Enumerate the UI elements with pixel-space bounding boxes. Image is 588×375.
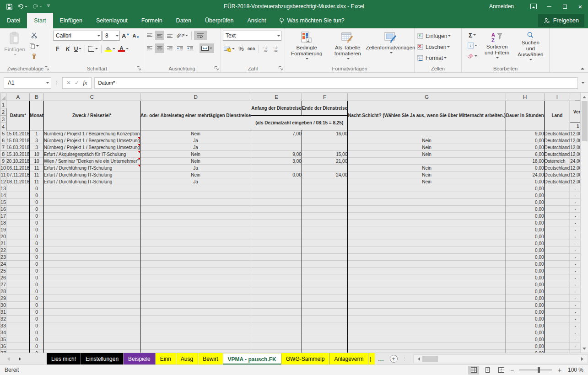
shrink-font-button[interactable]: A▼ bbox=[131, 31, 140, 41]
row-header-26[interactable]: 26 bbox=[0, 274, 6, 281]
row-header-24[interactable]: 24 bbox=[0, 261, 6, 268]
cell-F17[interactable] bbox=[302, 213, 347, 220]
cell-E15[interactable] bbox=[251, 199, 302, 206]
cell-H14[interactable]: 0,00 bbox=[506, 192, 544, 199]
cell-B14[interactable]: 0 bbox=[30, 192, 43, 199]
cell-C24[interactable] bbox=[43, 261, 140, 268]
cell-E9[interactable]: 3,00 bbox=[251, 158, 302, 165]
cell-I5[interactable]: Deutschland bbox=[544, 130, 570, 137]
align-bottom-button[interactable] bbox=[165, 31, 174, 40]
normal-view-button[interactable] bbox=[468, 366, 479, 375]
decrease-indent-button[interactable] bbox=[175, 43, 184, 53]
row-header-12[interactable]: 12 bbox=[0, 178, 6, 185]
cell-H33[interactable]: 0,00 bbox=[506, 322, 544, 329]
cell-C32[interactable] bbox=[43, 316, 140, 322]
collapse-ribbon-button[interactable] bbox=[581, 66, 584, 70]
comma-style-button[interactable]: 000 bbox=[247, 44, 256, 54]
more-sheets-button[interactable]: ... bbox=[375, 353, 387, 364]
cell-H36[interactable]: 0,00 bbox=[506, 343, 544, 350]
wrap-text-button[interactable] bbox=[194, 31, 207, 40]
cell-H28[interactable]: 0,00 bbox=[506, 288, 544, 295]
cell-B20[interactable]: 0 bbox=[30, 233, 43, 240]
row-header-19[interactable]: 19 bbox=[0, 226, 6, 233]
cell-J17[interactable]: -€ bbox=[570, 213, 580, 220]
cell-I35[interactable] bbox=[544, 336, 570, 343]
zoom-in-button[interactable]: + bbox=[557, 366, 562, 374]
cell-C10[interactable]: Erfurt / Durchführung IT-Schulung bbox=[43, 165, 140, 171]
sheet-tab--[interactable]: ( bbox=[368, 353, 375, 364]
tell-me-box[interactable]: Was möchten Sie tun? bbox=[273, 13, 350, 28]
cell-B13[interactable]: 0 bbox=[30, 185, 43, 192]
name-box[interactable]: A1 bbox=[4, 77, 51, 89]
cell-G7[interactable]: Nein bbox=[348, 144, 506, 151]
cell-H6[interactable]: 0,00 bbox=[506, 137, 544, 144]
cell-C33[interactable] bbox=[43, 322, 140, 329]
row-header-35[interactable]: 35 bbox=[0, 336, 6, 343]
cell-D15[interactable] bbox=[140, 199, 251, 206]
row-header-20[interactable]: 20 bbox=[0, 233, 6, 240]
column-header-I[interactable]: I bbox=[544, 93, 570, 101]
cell-H31[interactable]: 0,00 bbox=[506, 309, 544, 316]
cell-G32[interactable] bbox=[348, 316, 506, 322]
cell-J34[interactable]: -€ bbox=[570, 329, 580, 336]
cell-A7[interactable]: 16.03.2018 bbox=[6, 144, 30, 151]
horizontal-scroll-thumb[interactable] bbox=[422, 356, 438, 362]
row-header-25[interactable]: 25 bbox=[0, 268, 6, 274]
cell-H27[interactable]: 0,00 bbox=[506, 281, 544, 288]
row-header-16[interactable]: 16 bbox=[0, 206, 6, 213]
row-header-1[interactable]: 1 bbox=[0, 101, 6, 108]
ribbon-tab-überprüfen[interactable]: Überprüfen bbox=[198, 13, 241, 28]
copy-button[interactable] bbox=[28, 41, 40, 51]
cell-D29[interactable] bbox=[140, 295, 251, 302]
cell-D11[interactable]: Nein bbox=[140, 171, 251, 178]
cell-A16[interactable] bbox=[6, 206, 30, 213]
cell-A6[interactable]: 15.03.2018 bbox=[6, 137, 30, 144]
paste-button[interactable]: Einfügen bbox=[2, 30, 27, 63]
cell-J19[interactable]: -€ bbox=[570, 226, 580, 233]
cell-F13[interactable] bbox=[302, 185, 347, 192]
cell-I29[interactable] bbox=[544, 295, 570, 302]
cell-H30[interactable]: 0,00 bbox=[506, 302, 544, 309]
cell-F14[interactable] bbox=[302, 192, 347, 199]
ribbon-tab-start[interactable]: Start bbox=[27, 13, 53, 28]
alignment-dialog-launcher[interactable] bbox=[214, 66, 219, 71]
cell-A17[interactable] bbox=[6, 213, 30, 220]
cell-J36[interactable]: -€ bbox=[570, 343, 580, 350]
cell-A28[interactable] bbox=[6, 288, 30, 295]
cell-H35[interactable]: 0,00 bbox=[506, 336, 544, 343]
sheet-tab-ausg[interactable]: Ausg bbox=[176, 353, 198, 364]
cell-H24[interactable]: 0,00 bbox=[506, 261, 544, 268]
cell-I12[interactable]: Deutschland bbox=[544, 178, 570, 185]
vertical-scroll-thumb[interactable] bbox=[582, 101, 588, 141]
cell-E16[interactable] bbox=[251, 206, 302, 213]
ribbon-tab-daten[interactable]: Daten bbox=[169, 13, 198, 28]
cell-A9[interactable]: 20.10.2018 bbox=[6, 158, 30, 165]
cell-H29[interactable]: 0,00 bbox=[506, 295, 544, 302]
cell-H19[interactable]: 0,00 bbox=[506, 226, 544, 233]
cell-G27[interactable] bbox=[348, 281, 506, 288]
cell-H32[interactable]: 0,00 bbox=[506, 316, 544, 322]
cell-J7[interactable]: 12,00 € bbox=[570, 144, 580, 151]
ribbon-display-options-icon[interactable] bbox=[526, 0, 541, 13]
cell-G11[interactable]: Nein bbox=[348, 171, 506, 178]
cell-F12[interactable] bbox=[302, 178, 347, 185]
cell-F11[interactable]: 24,00 bbox=[302, 171, 347, 178]
column-header-D[interactable]: D bbox=[140, 93, 251, 101]
row-header-17[interactable]: 17 bbox=[0, 213, 6, 220]
cell-F19[interactable] bbox=[302, 226, 347, 233]
cell-J22[interactable]: -€ bbox=[570, 247, 580, 254]
cell-A14[interactable] bbox=[6, 192, 30, 199]
page-layout-view-button[interactable] bbox=[482, 366, 493, 375]
cell-A22[interactable] bbox=[6, 247, 30, 254]
cell-D1[interactable]: An- oder Abreisetag einer mehrtägigen Di… bbox=[140, 101, 251, 130]
cell-G22[interactable] bbox=[348, 247, 506, 254]
cell-J6[interactable]: 12,00 € bbox=[570, 137, 580, 144]
cancel-entry-icon[interactable]: ✕ bbox=[66, 80, 71, 86]
cell-I21[interactable] bbox=[544, 240, 570, 247]
italic-button[interactable]: K bbox=[63, 44, 72, 54]
cell-I18[interactable] bbox=[544, 220, 570, 226]
cell-B24[interactable]: 0 bbox=[30, 261, 43, 268]
cell-G30[interactable] bbox=[348, 302, 506, 309]
cell-G21[interactable] bbox=[348, 240, 506, 247]
cell-B21[interactable]: 0 bbox=[30, 240, 43, 247]
